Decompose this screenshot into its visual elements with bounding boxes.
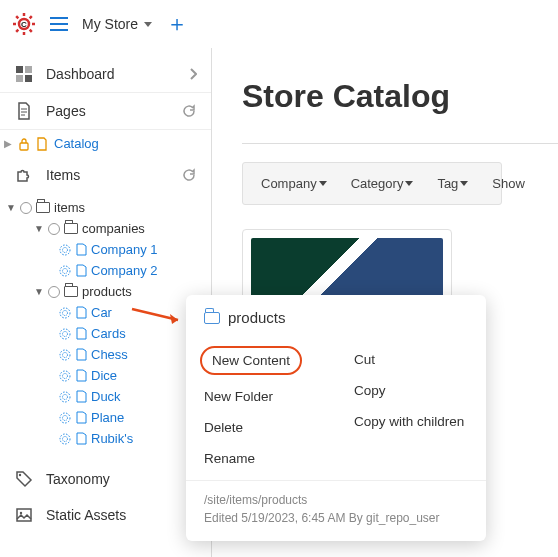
nav-static-label: Static Assets [46, 507, 126, 523]
chevron-right-icon [189, 68, 197, 80]
svg-rect-14 [25, 66, 32, 73]
nav-catalog[interactable]: ▶ Catalog [0, 130, 211, 157]
nav-taxonomy[interactable]: Taxonomy [0, 461, 211, 497]
tree-company-1[interactable]: Company 1 [0, 239, 211, 260]
dashboard-icon [14, 64, 34, 84]
context-menu-footer: /site/items/products Edited 5/19/2023, 6… [186, 480, 486, 531]
tree-plane[interactable]: Plane [0, 407, 211, 428]
tree-items[interactable]: ▼items [0, 197, 211, 218]
svg-text:C: C [21, 20, 27, 29]
filter-company[interactable]: Company [253, 171, 335, 196]
gear-small-icon [58, 243, 72, 257]
svg-point-35 [63, 415, 68, 420]
ctx-rename[interactable]: Rename [186, 443, 336, 474]
tree-duck[interactable]: Duck [0, 386, 211, 407]
sidebar: Dashboard Pages ▶ Catalog Items ▼items ▼… [0, 48, 212, 557]
svg-point-25 [63, 310, 68, 315]
tag-icon [14, 469, 34, 489]
page-small-icon [76, 348, 87, 361]
tree-label: Car [91, 305, 112, 320]
svg-point-33 [63, 394, 68, 399]
svg-point-26 [60, 308, 70, 318]
nav-items[interactable]: Items [0, 157, 211, 193]
ctx-delete[interactable]: Delete [186, 412, 336, 443]
store-name: My Store [82, 16, 138, 32]
ctx-new-content[interactable]: New Content [200, 346, 302, 375]
svg-line-7 [16, 30, 18, 32]
tree-company-2[interactable]: Company 2 [0, 260, 211, 281]
tree-dice[interactable]: Dice [0, 365, 211, 386]
tree-label: Chess [91, 347, 128, 362]
tree-label: Company 1 [91, 242, 157, 257]
refresh-icon[interactable] [181, 167, 197, 183]
store-selector[interactable]: My Store [82, 16, 152, 32]
tree-label: Cards [91, 326, 126, 341]
svg-point-37 [63, 436, 68, 441]
page-small-icon [76, 390, 87, 403]
tree-label: Duck [91, 389, 121, 404]
page-icon [14, 101, 34, 121]
svg-line-6 [30, 30, 32, 32]
caret-down-icon [144, 22, 152, 27]
tree-chess[interactable]: Chess [0, 344, 211, 365]
folder-icon [204, 312, 220, 324]
image-icon [14, 505, 34, 525]
svg-point-29 [63, 352, 68, 357]
gear-small-icon [58, 411, 72, 425]
svg-line-5 [16, 16, 18, 18]
nav-dashboard-label: Dashboard [46, 66, 115, 82]
puzzle-icon [14, 165, 34, 185]
nav-dashboard[interactable]: Dashboard [0, 56, 211, 92]
caret-down-icon [319, 181, 327, 186]
context-meta: Edited 5/19/2023, 6:45 AM By git_repo_us… [204, 509, 468, 527]
nav-taxonomy-label: Taxonomy [46, 471, 110, 487]
hamburger-icon[interactable] [50, 17, 68, 31]
page-small-icon [76, 264, 87, 277]
svg-line-8 [30, 16, 32, 18]
filter-bar: Company Category Tag Show [242, 162, 502, 205]
page-small-icon [76, 327, 87, 340]
circle-icon [20, 202, 32, 214]
tree-label: Rubik's [91, 431, 133, 446]
filter-category[interactable]: Category [343, 171, 422, 196]
gear-small-icon [58, 327, 72, 341]
caret-down-icon [405, 181, 413, 186]
add-button[interactable]: ＋ [166, 9, 188, 39]
nav-static-assets[interactable]: Static Assets [0, 497, 211, 533]
svg-rect-16 [25, 75, 32, 82]
gear-small-icon [58, 348, 72, 362]
top-bar: C My Store ＋ [0, 0, 558, 48]
tree-label: Dice [91, 368, 117, 383]
svg-point-41 [20, 512, 22, 514]
gear-small-icon [58, 369, 72, 383]
refresh-icon[interactable] [181, 103, 197, 119]
page-small-icon [76, 243, 87, 256]
ctx-copy-children[interactable]: Copy with children [336, 406, 486, 437]
nav-pages[interactable]: Pages [0, 92, 211, 130]
tree-label: items [54, 200, 85, 215]
divider [242, 143, 558, 144]
app-logo-gear-icon: C [12, 12, 36, 36]
folder-icon [64, 223, 78, 234]
ctx-copy[interactable]: Copy [336, 375, 486, 406]
tree-companies[interactable]: ▼companies [0, 218, 211, 239]
filter-show[interactable]: Show [484, 171, 533, 196]
ctx-new-folder[interactable]: New Folder [186, 381, 336, 412]
folder-icon [36, 202, 50, 213]
folder-icon [64, 286, 78, 297]
tree-label: companies [82, 221, 145, 236]
tree-products[interactable]: ▼products [0, 281, 211, 302]
filter-tag[interactable]: Tag [429, 171, 476, 196]
nav-items-label: Items [46, 167, 80, 183]
page-small-icon [76, 369, 87, 382]
context-path: /site/items/products [204, 491, 468, 509]
tree-rubiks[interactable]: Rubik's [0, 428, 211, 449]
svg-rect-40 [17, 509, 31, 521]
caret-down-icon [460, 181, 468, 186]
page-small-icon [76, 411, 87, 424]
svg-point-22 [60, 245, 70, 255]
ctx-cut[interactable]: Cut [336, 344, 486, 375]
svg-point-36 [60, 413, 70, 423]
annotation-arrow-icon [130, 306, 190, 330]
svg-point-39 [19, 474, 21, 476]
